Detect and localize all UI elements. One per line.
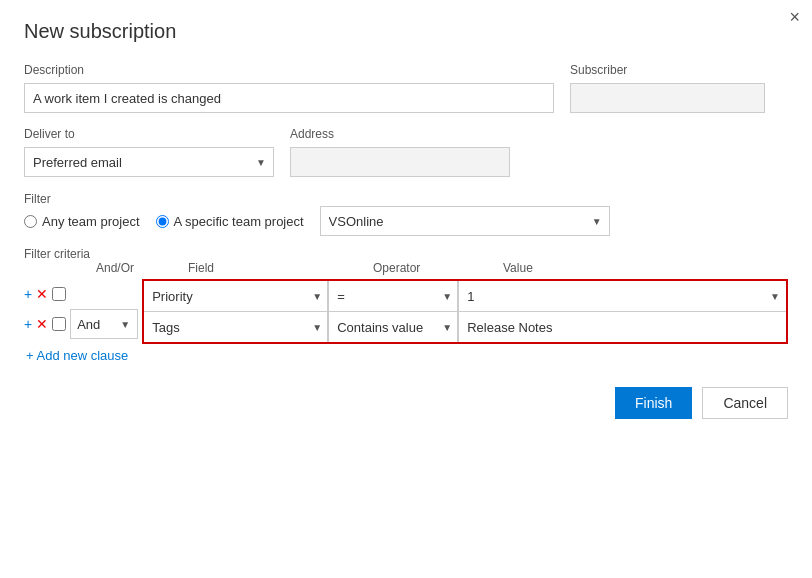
- row2-and-or-select[interactable]: And Or: [70, 309, 138, 339]
- row2-field-select[interactable]: Tags: [144, 312, 328, 342]
- criteria-row-2: Tags ▼ Contains value ▼: [144, 312, 786, 342]
- address-input[interactable]: [290, 147, 510, 177]
- row1-checkbox[interactable]: [52, 287, 66, 301]
- row1-operator-cell: = ▼: [329, 281, 459, 311]
- address-group: Address: [290, 127, 510, 177]
- description-input[interactable]: [24, 83, 554, 113]
- row1-value-cell: 1 ▼: [459, 281, 786, 311]
- col-header-field: Field: [188, 261, 373, 275]
- row2-value-input[interactable]: [467, 313, 778, 341]
- description-subscriber-row: Description Subscriber: [24, 63, 788, 113]
- row2-checkbox[interactable]: [52, 317, 66, 331]
- address-label: Address: [290, 127, 510, 141]
- close-button[interactable]: ×: [789, 8, 800, 26]
- row1-add-button[interactable]: +: [24, 286, 32, 302]
- row2-value-cell: [459, 312, 786, 342]
- and-or-col: And Or ▼: [70, 279, 138, 344]
- add-clause-button[interactable]: + Add new clause: [26, 348, 128, 363]
- filter-criteria-label: Filter criteria: [24, 247, 90, 261]
- row1-and-or-empty: [70, 279, 138, 309]
- add-clause-label: + Add new clause: [26, 348, 128, 363]
- cancel-button[interactable]: Cancel: [702, 387, 788, 419]
- project-select[interactable]: VSOnline: [320, 206, 610, 236]
- row2-controls: + ✕: [24, 309, 70, 339]
- row2-and-or-wrapper: And Or ▼: [70, 309, 138, 339]
- row2-and-or-cell: And Or ▼: [70, 309, 138, 339]
- criteria-rows-container: + ✕ + ✕ And: [24, 279, 788, 344]
- filter-criteria-section: Filter criteria And/Or Field Operator Va…: [24, 246, 788, 363]
- criteria-outlined-table: Priority ▼ = ▼ 1: [142, 279, 788, 344]
- subscriber-input[interactable]: [570, 83, 765, 113]
- subscriber-group: Subscriber: [570, 63, 765, 113]
- deliver-to-group: Deliver to Preferred email ▼: [24, 127, 274, 177]
- col-header-and-or: And/Or: [96, 261, 188, 275]
- deliver-to-select-wrapper: Preferred email ▼: [24, 147, 274, 177]
- deliver-to-label: Deliver to: [24, 127, 274, 141]
- dialog-title: New subscription: [24, 20, 788, 43]
- radio-any-project-input[interactable]: [24, 215, 37, 228]
- row2-operator-cell: Contains value ▼: [329, 312, 459, 342]
- row1-controls: + ✕: [24, 279, 70, 309]
- description-label: Description: [24, 63, 554, 77]
- project-select-wrapper: VSOnline ▼: [320, 206, 610, 236]
- radio-any-project-label: Any team project: [42, 214, 140, 229]
- new-subscription-dialog: × New subscription Description Subscribe…: [0, 0, 812, 578]
- dialog-footer: Finish Cancel: [24, 387, 788, 419]
- row1-field-select[interactable]: Priority: [144, 281, 328, 311]
- criteria-headers: And/Or Field Operator Value: [24, 261, 788, 275]
- deliver-to-select[interactable]: Preferred email: [24, 147, 274, 177]
- row1-value-wrapper: 1 ▼: [459, 281, 786, 311]
- row1-value-select[interactable]: 1: [459, 281, 786, 311]
- radio-specific-project[interactable]: A specific team project: [156, 214, 304, 229]
- row1-operator-select[interactable]: =: [329, 281, 458, 311]
- deliver-address-row: Deliver to Preferred email ▼ Address: [24, 127, 788, 177]
- description-group: Description: [24, 63, 554, 113]
- radio-specific-project-label: A specific team project: [174, 214, 304, 229]
- row2-add-button[interactable]: +: [24, 316, 32, 332]
- col-header-value: Value: [503, 261, 788, 275]
- filter-radio-row: Any team project A specific team project…: [24, 206, 788, 236]
- row1-remove-button[interactable]: ✕: [36, 286, 48, 302]
- radio-specific-project-input[interactable]: [156, 215, 169, 228]
- row2-field-cell: Tags ▼: [144, 312, 329, 342]
- filter-label: Filter: [24, 192, 51, 206]
- filter-section: Filter Any team project A specific team …: [24, 191, 788, 236]
- row1-field-cell: Priority ▼: [144, 281, 329, 311]
- col-header-operator: Operator: [373, 261, 503, 275]
- radio-any-project[interactable]: Any team project: [24, 214, 140, 229]
- criteria-row-1: Priority ▼ = ▼ 1: [144, 281, 786, 312]
- row2-remove-button[interactable]: ✕: [36, 316, 48, 332]
- left-controls-col: + ✕ + ✕: [24, 279, 70, 344]
- subscriber-label: Subscriber: [570, 63, 765, 77]
- row2-operator-select[interactable]: Contains value: [329, 312, 458, 342]
- finish-button[interactable]: Finish: [615, 387, 692, 419]
